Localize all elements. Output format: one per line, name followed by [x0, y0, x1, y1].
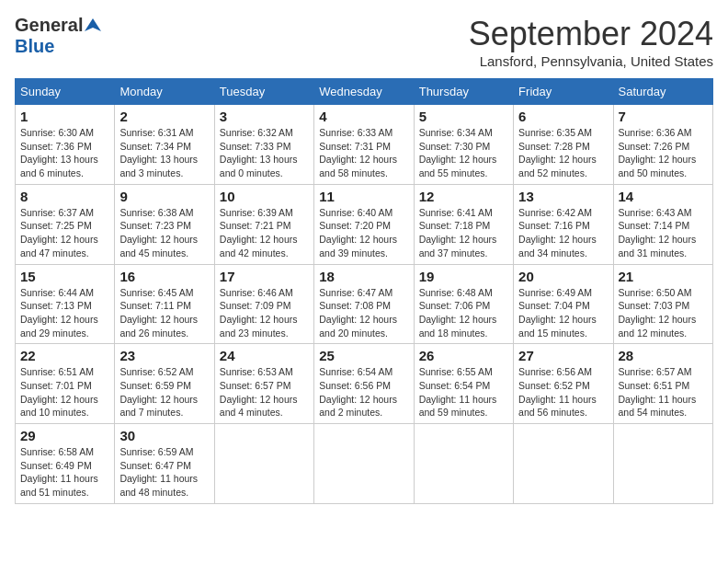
- day-cell: 22 Sunrise: 6:51 AMSunset: 7:01 PMDaylig…: [16, 344, 115, 424]
- day-info: Sunrise: 6:33 AMSunset: 7:31 PMDaylight:…: [319, 126, 408, 180]
- week-row-5: 29 Sunrise: 6:58 AMSunset: 6:49 PMDaylig…: [16, 424, 713, 504]
- day-cell: 11 Sunrise: 6:40 AMSunset: 7:20 PMDaylig…: [314, 184, 414, 264]
- day-info: Sunrise: 6:48 AMSunset: 7:06 PMDaylight:…: [419, 286, 508, 340]
- day-info: Sunrise: 6:41 AMSunset: 7:18 PMDaylight:…: [419, 206, 508, 260]
- day-number: 23: [119, 348, 209, 363]
- day-number: 14: [619, 189, 708, 204]
- day-info: Sunrise: 6:54 AMSunset: 6:56 PMDaylight:…: [319, 365, 408, 419]
- day-cell: 8 Sunrise: 6:37 AMSunset: 7:25 PMDayligh…: [16, 184, 115, 264]
- day-number: 17: [220, 269, 309, 284]
- day-cell: 15 Sunrise: 6:44 AMSunset: 7:13 PMDaylig…: [16, 264, 115, 344]
- day-number: 8: [20, 189, 109, 204]
- day-number: 6: [518, 109, 608, 124]
- day-cell: 12 Sunrise: 6:41 AMSunset: 7:18 PMDaylig…: [414, 184, 513, 264]
- day-info: Sunrise: 6:53 AMSunset: 6:57 PMDaylight:…: [220, 365, 309, 419]
- day-number: 7: [619, 109, 708, 124]
- day-cell: 9 Sunrise: 6:38 AMSunset: 7:23 PMDayligh…: [115, 184, 214, 264]
- location-title: Lansford, Pennsylvania, United States: [469, 53, 713, 69]
- logo: General Blue: [15, 15, 101, 57]
- day-cell: 27 Sunrise: 6:56 AMSunset: 6:52 PMDaylig…: [514, 344, 613, 424]
- day-number: 13: [518, 189, 608, 204]
- col-sunday: Sunday: [16, 79, 115, 105]
- day-cell: 1 Sunrise: 6:30 AMSunset: 7:36 PMDayligh…: [16, 105, 115, 185]
- day-cell: [314, 424, 414, 504]
- day-info: Sunrise: 6:57 AMSunset: 6:51 PMDaylight:…: [619, 365, 708, 419]
- day-cell: 2 Sunrise: 6:31 AMSunset: 7:34 PMDayligh…: [115, 105, 214, 185]
- day-info: Sunrise: 6:50 AMSunset: 7:03 PMDaylight:…: [619, 286, 708, 340]
- day-info: Sunrise: 6:42 AMSunset: 7:16 PMDaylight:…: [518, 206, 608, 260]
- day-cell: 5 Sunrise: 6:34 AMSunset: 7:30 PMDayligh…: [414, 105, 513, 185]
- day-number: 16: [119, 269, 209, 284]
- col-monday: Monday: [115, 79, 214, 105]
- month-title: September 2024: [469, 15, 713, 53]
- day-info: Sunrise: 6:43 AMSunset: 7:14 PMDaylight:…: [619, 206, 708, 260]
- col-tuesday: Tuesday: [214, 79, 313, 105]
- day-cell: 19 Sunrise: 6:48 AMSunset: 7:06 PMDaylig…: [414, 264, 513, 344]
- day-cell: 21 Sunrise: 6:50 AMSunset: 7:03 PMDaylig…: [613, 264, 712, 344]
- col-wednesday: Wednesday: [314, 79, 414, 105]
- day-info: Sunrise: 6:36 AMSunset: 7:26 PMDaylight:…: [619, 126, 708, 180]
- day-info: Sunrise: 6:58 AMSunset: 6:49 PMDaylight:…: [20, 445, 109, 500]
- day-info: Sunrise: 6:56 AMSunset: 6:52 PMDaylight:…: [518, 365, 608, 419]
- day-number: 18: [319, 269, 408, 284]
- day-cell: 16 Sunrise: 6:45 AMSunset: 7:11 PMDaylig…: [115, 264, 214, 344]
- day-info: Sunrise: 6:55 AMSunset: 6:54 PMDaylight:…: [419, 365, 508, 419]
- day-info: Sunrise: 6:34 AMSunset: 7:30 PMDaylight:…: [419, 126, 508, 180]
- day-number: 20: [518, 269, 608, 284]
- day-info: Sunrise: 6:40 AMSunset: 7:20 PMDaylight:…: [319, 206, 408, 260]
- day-number: 1: [20, 109, 109, 124]
- day-number: 22: [20, 348, 109, 363]
- day-cell: 30 Sunrise: 6:59 AMSunset: 6:47 PMDaylig…: [115, 424, 214, 504]
- day-info: Sunrise: 6:59 AMSunset: 6:47 PMDaylight:…: [119, 445, 209, 500]
- day-cell: 6 Sunrise: 6:35 AMSunset: 7:28 PMDayligh…: [514, 105, 613, 185]
- day-info: Sunrise: 6:47 AMSunset: 7:08 PMDaylight:…: [319, 286, 408, 340]
- day-info: Sunrise: 6:52 AMSunset: 6:59 PMDaylight:…: [119, 365, 209, 419]
- day-info: Sunrise: 6:35 AMSunset: 7:28 PMDaylight:…: [518, 126, 608, 180]
- logo-blue: Blue: [15, 36, 54, 56]
- col-friday: Friday: [514, 79, 613, 105]
- day-number: 27: [518, 348, 608, 363]
- day-number: 26: [419, 348, 508, 363]
- day-cell: [414, 424, 513, 504]
- week-row-2: 8 Sunrise: 6:37 AMSunset: 7:25 PMDayligh…: [16, 184, 713, 264]
- day-info: Sunrise: 6:30 AMSunset: 7:36 PMDaylight:…: [20, 126, 109, 180]
- day-cell: 4 Sunrise: 6:33 AMSunset: 7:31 PMDayligh…: [314, 105, 414, 185]
- day-number: 2: [119, 109, 209, 124]
- day-info: Sunrise: 6:44 AMSunset: 7:13 PMDaylight:…: [20, 286, 109, 340]
- day-number: 15: [20, 269, 109, 284]
- day-number: 25: [319, 348, 408, 363]
- day-number: 4: [319, 109, 408, 124]
- day-cell: [514, 424, 613, 504]
- day-number: 24: [220, 348, 309, 363]
- day-info: Sunrise: 6:39 AMSunset: 7:21 PMDaylight:…: [220, 206, 309, 260]
- day-number: 30: [119, 428, 209, 443]
- day-cell: 10 Sunrise: 6:39 AMSunset: 7:21 PMDaylig…: [214, 184, 313, 264]
- day-cell: 24 Sunrise: 6:53 AMSunset: 6:57 PMDaylig…: [214, 344, 313, 424]
- day-info: Sunrise: 6:37 AMSunset: 7:25 PMDaylight:…: [20, 206, 109, 260]
- day-number: 5: [419, 109, 508, 124]
- day-cell: 13 Sunrise: 6:42 AMSunset: 7:16 PMDaylig…: [514, 184, 613, 264]
- day-number: 11: [319, 189, 408, 204]
- day-cell: 17 Sunrise: 6:46 AMSunset: 7:09 PMDaylig…: [214, 264, 313, 344]
- day-number: 3: [220, 109, 309, 124]
- day-number: 28: [619, 348, 708, 363]
- day-cell: 3 Sunrise: 6:32 AMSunset: 7:33 PMDayligh…: [214, 105, 313, 185]
- day-number: 29: [20, 428, 109, 443]
- day-info: Sunrise: 6:31 AMSunset: 7:34 PMDaylight:…: [119, 126, 209, 180]
- day-info: Sunrise: 6:46 AMSunset: 7:09 PMDaylight:…: [220, 286, 309, 340]
- day-cell: 29 Sunrise: 6:58 AMSunset: 6:49 PMDaylig…: [16, 424, 115, 504]
- header-row: Sunday Monday Tuesday Wednesday Thursday…: [16, 79, 713, 105]
- day-info: Sunrise: 6:32 AMSunset: 7:33 PMDaylight:…: [220, 126, 309, 180]
- day-info: Sunrise: 6:45 AMSunset: 7:11 PMDaylight:…: [119, 286, 209, 340]
- day-cell: 7 Sunrise: 6:36 AMSunset: 7:26 PMDayligh…: [613, 105, 712, 185]
- day-cell: 26 Sunrise: 6:55 AMSunset: 6:54 PMDaylig…: [414, 344, 513, 424]
- day-info: Sunrise: 6:51 AMSunset: 7:01 PMDaylight:…: [20, 365, 109, 419]
- col-thursday: Thursday: [414, 79, 513, 105]
- day-cell: 14 Sunrise: 6:43 AMSunset: 7:14 PMDaylig…: [613, 184, 712, 264]
- day-number: 21: [619, 269, 708, 284]
- calendar-table: Sunday Monday Tuesday Wednesday Thursday…: [15, 78, 713, 504]
- day-info: Sunrise: 6:49 AMSunset: 7:04 PMDaylight:…: [518, 286, 608, 340]
- week-row-1: 1 Sunrise: 6:30 AMSunset: 7:36 PMDayligh…: [16, 105, 713, 185]
- day-cell: 23 Sunrise: 6:52 AMSunset: 6:59 PMDaylig…: [115, 344, 214, 424]
- day-number: 9: [119, 189, 209, 204]
